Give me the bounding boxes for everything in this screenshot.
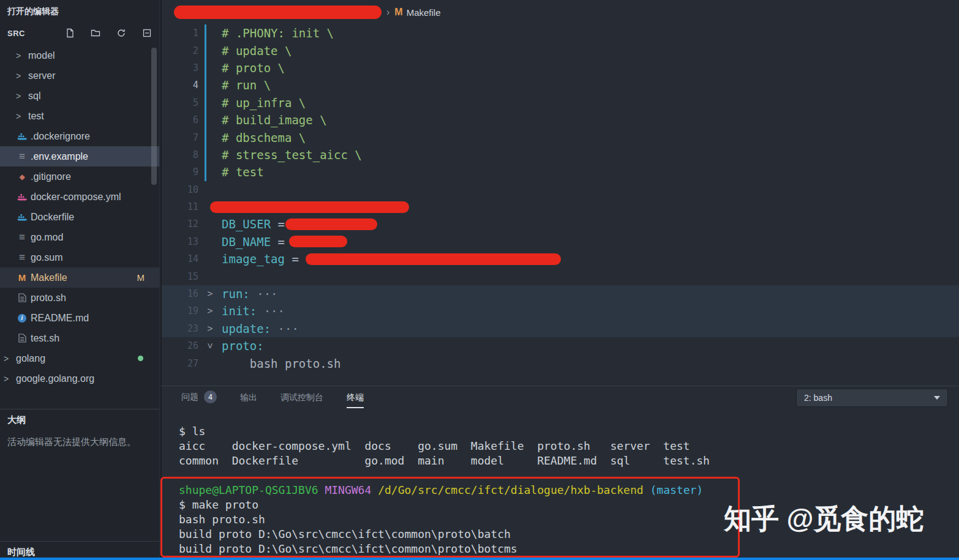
outline-header[interactable]: 大纲: [7, 414, 152, 426]
code-line-3[interactable]: 3# proto \: [162, 59, 959, 77]
terminal-text: (master): [650, 483, 703, 496]
code-text: run: ···: [222, 287, 278, 301]
code-line-2[interactable]: 2# update \: [162, 42, 959, 59]
tree-item-go.mod[interactable]: ≡go.mod: [0, 227, 159, 247]
code-line-15[interactable]: 15: [162, 267, 959, 285]
redaction-marker: [306, 253, 561, 265]
tree-item-README.md[interactable]: iREADME.md: [0, 308, 159, 328]
code-token: # dbschema \: [222, 131, 306, 144]
tree-item-golang[interactable]: >golang: [0, 348, 159, 368]
code-line-16[interactable]: 16>run: ···: [162, 285, 959, 302]
terminal-selector[interactable]: 2: bash: [796, 389, 948, 407]
panel-tab-2[interactable]: 输出: [240, 392, 257, 409]
green-dot-indicator: [138, 356, 143, 361]
explorer-section-header[interactable]: SRC: [0, 23, 159, 43]
tree-item-go.sum[interactable]: ≡go.sum: [0, 247, 159, 267]
line-number: 4: [162, 80, 198, 91]
chevron-right-icon[interactable]: >: [198, 288, 222, 299]
line-number: 26: [162, 340, 198, 351]
code-token: DB_USER: [222, 217, 278, 231]
tree-item-server[interactable]: >server: [0, 65, 159, 86]
code-token: # .PHONY: init \: [222, 26, 334, 40]
breadcrumb[interactable]: › M Makefile: [162, 0, 959, 24]
tree-item-proto.sh[interactable]: proto.sh: [0, 288, 159, 308]
terminal-line: common Dockerfile go.mod main model READ…: [179, 454, 710, 468]
chevron-right-icon: >: [4, 374, 16, 384]
watermark: 知乎 @觅食的蛇: [724, 501, 923, 537]
panel-tab-1[interactable]: 问题4: [181, 390, 217, 409]
tree-item-label: test.sh: [31, 333, 59, 344]
code-line-12[interactable]: 12DB_USER =: [162, 215, 959, 233]
code-view[interactable]: 1# .PHONY: init \2# update \3# proto \4#…: [162, 24, 959, 372]
tree-item-Makefile[interactable]: MMakefileM: [0, 267, 159, 288]
tree-item-model[interactable]: >model: [0, 45, 159, 65]
refresh-icon[interactable]: [116, 28, 126, 38]
terminal-text: bash proto.sh: [179, 513, 265, 526]
new-file-icon[interactable]: [65, 28, 75, 38]
outline-section: 大纲 活动编辑器无法提供大纲信息。: [0, 409, 159, 454]
chevron-down-icon[interactable]: >: [198, 340, 222, 351]
code-line-11[interactable]: 11: [162, 198, 959, 215]
code-token: DB_NAME: [222, 235, 278, 248]
terminal-line: build proto D:\Go\src\cmcc\ifct\common\p…: [179, 527, 710, 542]
terminal-output[interactable]: $ lsaicc docker-compose.yml docs go.sum …: [179, 424, 710, 556]
chevron-right-icon[interactable]: >: [198, 305, 222, 316]
code-token: ···: [257, 304, 285, 318]
code-line-4[interactable]: 4# run \: [162, 77, 959, 94]
code-text: # update \: [222, 44, 291, 58]
code-line-1[interactable]: 1# .PHONY: init \: [162, 24, 959, 42]
breadcrumb-file[interactable]: Makefile: [407, 7, 441, 18]
code-line-27[interactable]: 27 bash proto.sh: [162, 354, 959, 371]
tree-item-test.sh[interactable]: test.sh: [0, 328, 159, 348]
code-token: run:: [222, 287, 250, 301]
code-line-9[interactable]: 9# test: [162, 163, 959, 181]
terminal-text: build proto D:\Go\src\cmcc\ifct\common\p…: [179, 528, 511, 540]
line-number: 14: [162, 253, 198, 264]
terminal-text: /d/Go/src/cmcc/ifct/dialogue/hxb-backend: [378, 483, 650, 496]
explorer-sidebar: 打开的编辑器 SRC >model>server>sql>test.docker…: [0, 0, 159, 560]
code-line-19[interactable]: 19>init: ···: [162, 302, 959, 319]
tree-item-test[interactable]: >test: [0, 106, 159, 126]
panel-tab-3[interactable]: 调试控制台: [280, 392, 323, 409]
tree-item-docker-compose.yml[interactable]: docker-compose.yml: [0, 187, 159, 207]
code-line-7[interactable]: 7# dbschema \: [162, 129, 959, 146]
new-folder-icon[interactable]: [91, 28, 100, 38]
panel-tab-4[interactable]: 终端: [347, 392, 364, 409]
code-token: image_tag: [222, 252, 291, 266]
breadcrumb-separator: ›: [386, 7, 389, 18]
terminal-line: aicc docker-compose.yml docs go.sum Make…: [179, 439, 710, 454]
line-number: 15: [162, 271, 198, 282]
line-number: 3: [162, 62, 198, 73]
tree-item-google.golang.org[interactable]: >google.golang.org: [0, 368, 159, 389]
code-text: # .PHONY: init \: [222, 26, 334, 40]
tree-item-.dockerignore[interactable]: .dockerignore: [0, 126, 159, 146]
chevron-right-icon: >: [16, 71, 28, 81]
open-editors-header[interactable]: 打开的编辑器: [0, 0, 159, 23]
tree-item-Dockerfile[interactable]: Dockerfile: [0, 207, 159, 227]
code-line-14[interactable]: 14image_tag =: [162, 250, 959, 267]
terminal-text: aicc docker-compose.yml docs go.sum Make…: [179, 439, 690, 452]
code-line-23[interactable]: 23>update: ···: [162, 320, 959, 337]
tree-item-.gitignore[interactable]: ◆.gitignore: [0, 166, 159, 187]
collapse-all-icon[interactable]: [142, 28, 152, 38]
code-line-8[interactable]: 8# stress_test_aicc \: [162, 146, 959, 163]
line-number: 10: [162, 184, 198, 195]
sidebar-scrollbar[interactable]: [151, 48, 157, 185]
chevron-right-icon[interactable]: >: [198, 323, 222, 334]
code-line-5[interactable]: 5# up_infra \: [162, 94, 959, 111]
code-line-13[interactable]: 13DB_NAME =: [162, 233, 959, 250]
terminal-line: shupe@LAPTOP-QSG1JBV6 MINGW64 /d/Go/src/…: [179, 483, 710, 498]
tree-item-.env.example[interactable]: ≡.env.example: [0, 146, 159, 166]
file-icon: [16, 333, 28, 344]
terminal-text: common Dockerfile go.mod main model READ…: [179, 454, 710, 467]
code-text: init: ···: [222, 304, 285, 318]
tree-item-label: test: [28, 111, 44, 122]
timeline-header[interactable]: 时间线: [7, 547, 152, 558]
line-number: 9: [162, 166, 198, 177]
tree-item-sql[interactable]: >sql: [0, 86, 159, 106]
code-line-26[interactable]: 26>proto:: [162, 337, 959, 354]
code-token: ···: [271, 322, 299, 335]
terminal-line: [179, 468, 710, 483]
code-line-10[interactable]: 10: [162, 181, 959, 198]
code-line-6[interactable]: 6# build_image \: [162, 111, 959, 129]
